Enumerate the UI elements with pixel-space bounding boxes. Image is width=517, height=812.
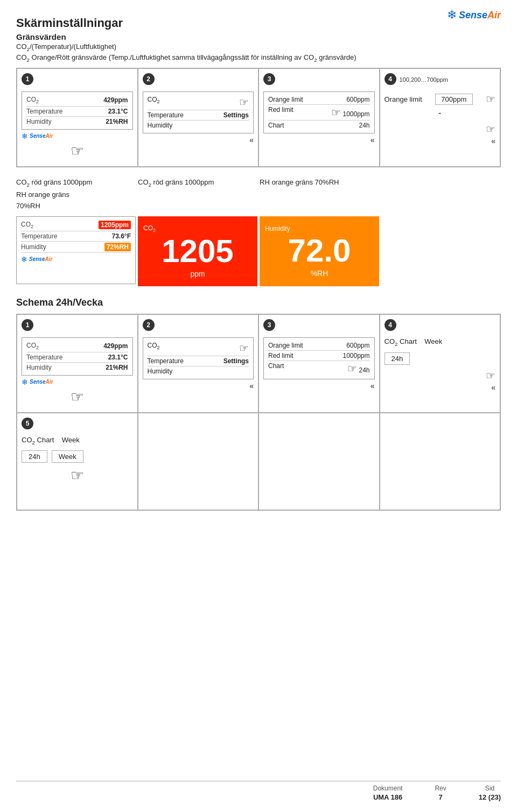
logo: ❄ SenseAir (447, 8, 501, 22)
device-row-co2: CO2 429ppm (26, 95, 128, 106)
schema-panel-step4: 4 CO2 Chart Week 24h ☞ « (380, 314, 501, 412)
info-rh-orange-2: RH orange gräns 70%RH (260, 178, 379, 186)
senseair-text-2: SenseAir (29, 256, 52, 262)
schema-panel-step5: 5 CO2 Chart Week 24h Week ☞ (17, 413, 138, 510)
big-display-humidity-value: 72.0 (288, 235, 351, 267)
senseair-logo-s1: ❄ SenseAir (22, 378, 133, 386)
chevron-s4: « (385, 383, 496, 392)
senseair-snowflake-icon: ❄ (22, 132, 28, 140)
page-title: Skärminställningar (16, 16, 501, 30)
s-settings-red: Red limit 1000ppm (268, 351, 370, 361)
device-row-humidity-orange: Humidity 72%RH (21, 242, 131, 253)
senseair-snowflake-icon-2: ❄ (21, 255, 27, 264)
s-settings-chart: Chart ☞ 24h (268, 361, 370, 376)
info-block-left: CO2 röd gräns 1000ppm RH orange gräns 70… (16, 175, 136, 214)
s-menu-row-temp: Temperature Settings (148, 356, 249, 366)
big-display-co2-unit: ppm (190, 270, 205, 278)
limit-row-orange: Orange limit 700ppm ☞ (385, 93, 496, 105)
panel-step2: 2 CO2 ☞ Temperature Settings Humidity « (138, 68, 259, 166)
panels-grid-section1: 1 CO2 429ppm Temperature 23.1°C Humidity… (16, 68, 501, 167)
info-block-mid1: CO2 röd gräns 1000ppm (138, 175, 257, 214)
chevron-s2: « (143, 382, 254, 390)
menu-display-2: CO2 ☞ Temperature Settings Humidity (143, 91, 254, 133)
chevron-s3: « (263, 382, 375, 390)
footer-rev-label: Rev (435, 785, 446, 792)
schema-24h-btn-5[interactable]: 24h (22, 450, 47, 463)
schema-panel-step3: 3 Orange limit 600ppm Red limit 1000ppm … (258, 314, 380, 412)
schema-panel-step1: 1 CO2 429ppm Temperature 23.1°C Humidity… (17, 314, 138, 412)
orange-limit-box: 700ppm (435, 94, 473, 105)
panel-step3: 3 Orange limit 600ppm Red limit ☞ 1000pp… (258, 68, 380, 166)
settings-row-orange: Orange limit 600ppm (268, 95, 370, 105)
s-device-row-temp: Temperature 23.1°C (26, 352, 128, 363)
big-display-co2-label: CO2 (143, 224, 156, 233)
hand-cursor-s2[interactable]: ☞ (239, 342, 249, 355)
logo-text: SenseAir (459, 10, 501, 21)
range-note: 100,200…700ppm (400, 76, 449, 83)
schema-week-btn-5[interactable]: Week (52, 450, 83, 463)
step-2-circle: 2 (143, 73, 155, 85)
schema-step-5-circle: 5 (22, 418, 33, 429)
s-menu-row-humidity: Humidity (148, 366, 249, 376)
section1-title: Gränsvärden (16, 32, 501, 41)
info-rows: CO2 röd gräns 1000ppm RH orange gräns 70… (16, 175, 501, 214)
footer-doc-label: Dokument (373, 785, 403, 792)
co2-value-red: 1205ppm (99, 221, 131, 229)
section1-subtitle2: CO2 Orange/Rött gränsvärde (Temp./Luftfu… (16, 53, 501, 63)
humidity-value-orange: 72%RH (104, 243, 131, 251)
big-display-co2-value: 1205 (162, 235, 233, 267)
s-device-row-humidity: Humidity 21%RH (26, 363, 128, 372)
info-block-mid2: RH orange gräns 70%RH (260, 175, 379, 214)
menu-row-humidity: Humidity (148, 121, 249, 130)
info-rh-orange: RH orange gräns (16, 190, 136, 199)
hand-cursor-menu[interactable]: ☞ (239, 96, 249, 109)
schema-step-2-circle: 2 (143, 319, 155, 331)
schema-24h-btn[interactable]: 24h (385, 352, 410, 365)
senseair-logo-2: ❄ SenseAir (21, 255, 131, 264)
hand-cursor-s4[interactable]: ☞ (486, 369, 495, 382)
footer-doc-value: UMA 186 (373, 793, 402, 801)
schema-device-display-1: CO2 429ppm Temperature 23.1°C Humidity 2… (22, 337, 133, 375)
schema-step-4-circle: 4 (385, 319, 396, 331)
panel-step1: 1 CO2 429ppm Temperature 23.1°C Humidity… (17, 68, 138, 166)
big-display-humidity-unit: %RH (311, 269, 329, 278)
device-display-1: CO2 429ppm Temperature 23.1°C Humidity 2… (22, 91, 133, 129)
hand-cursor-s5[interactable]: ☞ (22, 468, 133, 483)
hand-cursor-3[interactable]: ☞ (331, 106, 341, 119)
s-device-row-co2: CO2 429ppm (26, 341, 128, 352)
hand-cursor-1[interactable]: ☞ (22, 144, 133, 159)
device-row-humidity: Humidity 21%RH (26, 117, 128, 126)
section-schema-title: Schema 24h/Vecka (16, 297, 501, 308)
snowflake-icon: ❄ (447, 8, 457, 22)
info-co2-red-2: CO2 röd gräns 1000ppm (138, 178, 257, 188)
footer: Dokument UMA 186 Rev 7 Sid 12 (23) (16, 781, 501, 801)
empty-panel-4 (380, 413, 501, 510)
settings-row-chart: Chart 24h (268, 121, 370, 130)
big-display-grid: CO2 1205ppm Temperature 73.6°F Humidity … (16, 216, 501, 286)
big-display-humidity-label: Humidity (265, 225, 290, 232)
senseair-logo-1: ❄ SenseAir (22, 132, 133, 140)
device-row-temp: Temperature 23.1°C (26, 107, 128, 117)
footer-sid: Sid 12 (23) (479, 785, 501, 801)
schema-panel-step2: 2 CO2 ☞ Temperature Settings Humidity « (138, 314, 259, 412)
step4-limits: Orange limit 700ppm ☞ - ☞ (385, 93, 496, 136)
s-menu-row-co2: CO2 ☞ (148, 341, 249, 356)
hand-cursor-s1[interactable]: ☞ (22, 390, 133, 405)
info-co2-red: CO2 röd gräns 1000ppm (16, 178, 136, 188)
step-3-circle: 3 (263, 73, 275, 85)
device-display-colored: CO2 1205ppm Temperature 73.6°F Humidity … (16, 216, 136, 284)
info-block-right (381, 175, 501, 214)
hand-cursor-4b[interactable]: ☞ (486, 123, 495, 136)
footer-rev-value: 7 (439, 793, 443, 801)
empty-panel (381, 216, 501, 286)
footer-rev: Rev 7 (435, 785, 446, 801)
hand-cursor-s3[interactable]: ☞ (347, 362, 357, 375)
schema-co2-chart-header-5: CO2 Chart Week (22, 436, 133, 446)
schema-settings-3: Orange limit 600ppm Red limit 1000ppm Ch… (263, 337, 375, 379)
schema-chart-btns: 24h Week (22, 448, 133, 465)
section1-subtitle: CO2/(Temperatur)/(Luftfuktighet) (16, 43, 501, 52)
hand-cursor-4a[interactable]: ☞ (486, 93, 495, 105)
footer-sid-value: 12 (23) (479, 793, 501, 801)
schema-menu-display-2: CO2 ☞ Temperature Settings Humidity (143, 337, 254, 379)
device-row-temp-colored: Temperature 73.6°F (21, 231, 131, 242)
